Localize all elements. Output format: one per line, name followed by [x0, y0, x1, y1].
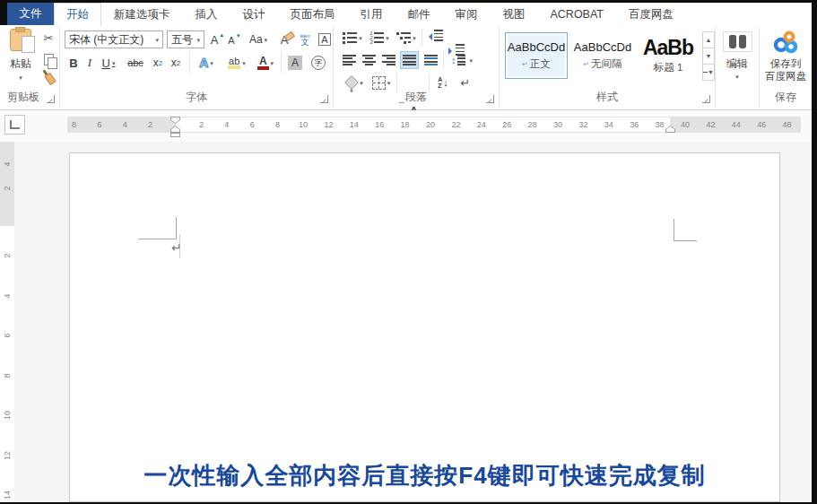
- h-ruler-number: 24: [477, 120, 486, 129]
- tab-页面布局[interactable]: 页面布局: [278, 3, 348, 25]
- copy-button[interactable]: [41, 52, 56, 66]
- h-ruler-number: 28: [528, 120, 537, 129]
- character-shading-button[interactable]: A: [286, 54, 304, 72]
- h-ruler-number: 18: [401, 120, 410, 129]
- character-border-button[interactable]: A: [317, 30, 333, 48]
- text-effects-button[interactable]: A▾: [195, 53, 218, 73]
- ribbon-tab-bar: 文件 开始新建选项卡插入设计页面布局引用邮件审阅视图ACROBAT百度网盘: [0, 3, 812, 26]
- hanging-indent-marker[interactable]: [170, 126, 180, 133]
- align-left-button[interactable]: [341, 52, 358, 68]
- h-ruler-number: 2: [148, 120, 152, 129]
- paragraph-dialog-launcher[interactable]: [486, 95, 494, 103]
- style-card-无间隔[interactable]: AaBbCcDd↵无间隔: [571, 32, 634, 79]
- right-indent-marker[interactable]: [665, 126, 675, 133]
- editing-button[interactable]: [721, 30, 753, 53]
- save-to-baidu-label-line2[interactable]: 百度网盘: [760, 71, 812, 83]
- page[interactable]: ↵ 一次性输入全部内容后直接按F4键即可快速完成复制: [69, 152, 780, 502]
- highlight-color-button[interactable]: ab▾: [223, 53, 250, 73]
- h-ruler-number: 48: [783, 120, 792, 129]
- strikethrough-button[interactable]: abc: [125, 54, 146, 72]
- align-center-button[interactable]: [361, 52, 378, 68]
- editing-label[interactable]: 编辑: [716, 57, 759, 70]
- tab-引用[interactable]: 引用: [348, 3, 395, 25]
- superscript-button[interactable]: x2: [168, 54, 184, 72]
- document-area: 422468101214 ↵ 一次性输入全部内容后直接按F4键即可快速完成复制: [0, 142, 812, 502]
- window-corner: [0, 3, 7, 25]
- bold-button[interactable]: B: [67, 54, 80, 72]
- decrease-indent-button[interactable]: [427, 30, 443, 44]
- tab-stop-selector[interactable]: [4, 115, 25, 135]
- enclose-characters-icon: 字: [311, 56, 326, 70]
- h-ruler-number: 8: [275, 120, 280, 129]
- sort-button[interactable]: AZ ↓: [434, 74, 452, 91]
- phonetic-guide-icon: wén文: [300, 33, 309, 47]
- tab-邮件[interactable]: 邮件: [395, 3, 443, 25]
- h-ruler-number: 32: [578, 120, 587, 129]
- underline-button[interactable]: U▾: [100, 54, 117, 72]
- enclose-characters-button[interactable]: 字: [309, 54, 327, 72]
- font-name-select[interactable]: 宋体 (中文正文)▾: [65, 30, 163, 48]
- font-size-dropdown-arrow[interactable]: ▾: [196, 37, 200, 43]
- grow-font-button[interactable]: A▲: [209, 30, 225, 48]
- multilevel-list-icon: [396, 32, 411, 44]
- show-marks-icon: ↵: [461, 76, 471, 90]
- format-painter-button[interactable]: [43, 72, 57, 86]
- justify-button[interactable]: [400, 51, 419, 69]
- paste-dropdown-arrow[interactable]: ▾: [19, 74, 22, 81]
- tab-开始[interactable]: 开始: [54, 3, 101, 26]
- style-card-标题 1[interactable]: AaBb标题 1: [637, 32, 700, 79]
- styles-dialog-launcher[interactable]: [702, 95, 710, 103]
- borders-button[interactable]: ▾: [369, 74, 393, 91]
- bullets-button[interactable]: ▾: [341, 30, 364, 46]
- font-size-select[interactable]: 五号▾: [167, 30, 204, 48]
- tab-视图[interactable]: 视图: [491, 3, 538, 25]
- numbering-button[interactable]: 1 2 3 ▾: [368, 30, 391, 46]
- tab-新建选项卡[interactable]: 新建选项卡: [101, 3, 183, 25]
- h-ruler-number: 38: [656, 120, 665, 129]
- v-ruler[interactable]: 422468101214: [0, 142, 14, 502]
- save-to-baidu-label-line1[interactable]: 保存到: [760, 58, 812, 70]
- first-line-indent-marker[interactable]: [170, 117, 180, 124]
- font-color-button[interactable]: A▾: [254, 53, 277, 73]
- phonetic-guide-button[interactable]: wén文: [297, 30, 313, 49]
- cut-button[interactable]: ✂: [41, 30, 56, 45]
- change-case-button[interactable]: Aa▾: [247, 30, 270, 48]
- font-name-dropdown-arrow[interactable]: ▾: [155, 37, 159, 43]
- distributed-button[interactable]: [422, 52, 439, 68]
- paste-button[interactable]: 粘贴 ▾: [4, 29, 38, 81]
- subscript-button[interactable]: x2: [150, 54, 166, 72]
- show-marks-button[interactable]: ↵: [457, 74, 474, 91]
- style-scroll-down-button[interactable]: ▼: [702, 48, 715, 65]
- h-ruler[interactable]: 8642246810121416182022242628303234363840…: [67, 117, 801, 133]
- left-indent-marker[interactable]: [170, 133, 180, 137]
- tab-file[interactable]: 文件: [7, 3, 54, 25]
- tab-百度网盘[interactable]: 百度网盘: [616, 3, 686, 25]
- h-ruler-number: 2: [199, 120, 204, 129]
- h-ruler-number: 16: [375, 120, 384, 129]
- h-ruler-number: 42: [706, 120, 715, 129]
- tab-审阅[interactable]: 审阅: [443, 3, 491, 25]
- style-gallery-more-button[interactable]: ▼: [702, 64, 715, 81]
- clipboard-group-label: 剪贴板: [0, 90, 47, 105]
- group-clipboard: 粘贴 ▾ ✂ 剪贴板: [0, 25, 59, 109]
- save-to-baidu-button[interactable]: [760, 29, 812, 56]
- italic-button[interactable]: I: [85, 54, 94, 72]
- tab-插入[interactable]: 插入: [183, 3, 230, 25]
- tab-ACROBAT[interactable]: ACROBAT: [538, 3, 617, 25]
- style-scroll-up-button[interactable]: ▲: [702, 31, 715, 48]
- align-right-button[interactable]: [380, 52, 397, 68]
- clipboard-dialog-launcher[interactable]: [47, 95, 55, 103]
- style-card-正文[interactable]: AaBbCcDd↵正文: [505, 32, 568, 79]
- editing-dropdown-arrow[interactable]: ▾: [716, 73, 759, 80]
- v-ruler-number: 4: [3, 158, 12, 170]
- h-ruler-number: 6: [250, 120, 255, 129]
- multilevel-list-button[interactable]: ▾: [395, 30, 418, 46]
- font-dialog-launcher[interactable]: [320, 95, 328, 103]
- shrink-font-button[interactable]: A▼: [227, 31, 241, 49]
- bullets-icon: [343, 32, 357, 44]
- tab-设计[interactable]: 设计: [230, 3, 278, 25]
- h-ruler-number: 22: [451, 120, 460, 129]
- shading-button[interactable]: ▾: [343, 74, 366, 91]
- line-spacing-button[interactable]: ↕ ▾: [448, 52, 475, 68]
- clear-formatting-button[interactable]: A: [275, 30, 293, 48]
